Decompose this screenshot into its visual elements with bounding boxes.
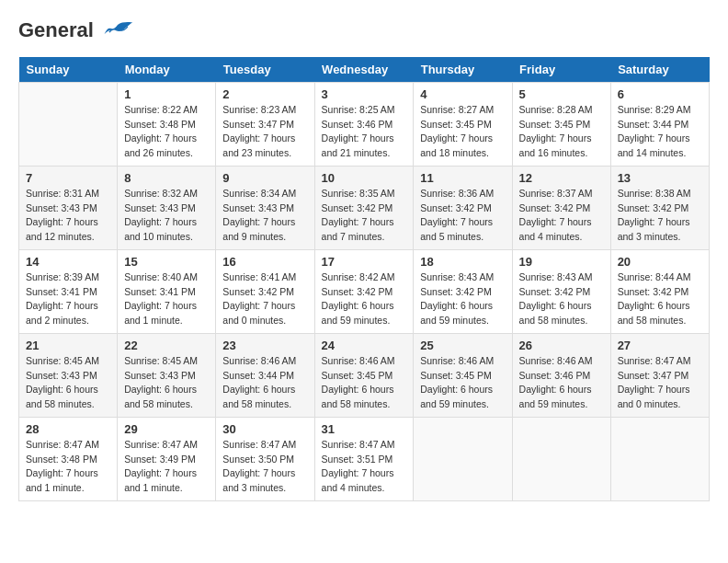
day-number: 8 [124, 171, 209, 185]
calendar-day-28: 28Sunrise: 8:47 AMSunset: 3:48 PMDayligh… [19, 417, 118, 500]
calendar-day-26: 26Sunrise: 8:46 AMSunset: 3:46 PMDayligh… [512, 333, 610, 417]
day-number: 9 [222, 171, 307, 185]
day-number: 2 [222, 87, 307, 101]
day-info: Sunrise: 8:37 AMSunset: 3:42 PMDaylight:… [519, 187, 604, 245]
day-number: 28 [26, 422, 110, 436]
calendar-day-21: 21Sunrise: 8:45 AMSunset: 3:43 PMDayligh… [19, 333, 118, 417]
day-info: Sunrise: 8:47 AMSunset: 3:51 PMDaylight:… [322, 438, 407, 496]
calendar-day-31: 31Sunrise: 8:47 AMSunset: 3:51 PMDayligh… [314, 417, 414, 500]
calendar-day-13: 13Sunrise: 8:38 AMSunset: 3:42 PMDayligh… [610, 166, 709, 249]
day-number: 18 [420, 255, 505, 269]
day-number: 17 [322, 255, 407, 269]
day-number: 4 [420, 87, 505, 101]
day-header-monday: Monday [118, 57, 216, 83]
day-info: Sunrise: 8:43 AMSunset: 3:42 PMDaylight:… [420, 270, 505, 328]
day-number: 12 [519, 171, 604, 185]
day-number: 22 [124, 339, 209, 352]
calendar-week-row: 7Sunrise: 8:31 AMSunset: 3:43 PMDaylight… [19, 166, 710, 249]
empty-day [512, 417, 610, 500]
day-info: Sunrise: 8:25 AMSunset: 3:46 PMDaylight:… [322, 103, 407, 161]
calendar-header-row: SundayMondayTuesdayWednesdayThursdayFrid… [19, 57, 710, 83]
day-header-sunday: Sunday [19, 57, 118, 83]
day-info: Sunrise: 8:47 AMSunset: 3:49 PMDaylight:… [124, 438, 209, 496]
day-number: 27 [618, 339, 702, 352]
day-number: 20 [618, 255, 702, 269]
logo: General [18, 18, 134, 42]
day-info: Sunrise: 8:42 AMSunset: 3:42 PMDaylight:… [322, 270, 407, 328]
day-header-thursday: Thursday [414, 57, 512, 83]
day-header-saturday: Saturday [610, 57, 709, 83]
day-info: Sunrise: 8:47 AMSunset: 3:50 PMDaylight:… [222, 438, 307, 496]
calendar-day-18: 18Sunrise: 8:43 AMSunset: 3:42 PMDayligh… [414, 249, 512, 333]
day-info: Sunrise: 8:35 AMSunset: 3:42 PMDaylight:… [322, 187, 407, 245]
calendar-day-30: 30Sunrise: 8:47 AMSunset: 3:50 PMDayligh… [216, 417, 314, 500]
day-info: Sunrise: 8:41 AMSunset: 3:42 PMDaylight:… [222, 270, 307, 328]
day-number: 23 [222, 339, 307, 352]
day-number: 3 [322, 87, 407, 101]
calendar-week-row: 28Sunrise: 8:47 AMSunset: 3:48 PMDayligh… [19, 417, 710, 500]
day-header-tuesday: Tuesday [216, 57, 314, 83]
calendar-day-22: 22Sunrise: 8:45 AMSunset: 3:43 PMDayligh… [118, 333, 216, 417]
day-info: Sunrise: 8:46 AMSunset: 3:46 PMDaylight:… [519, 354, 604, 412]
calendar-week-row: 21Sunrise: 8:45 AMSunset: 3:43 PMDayligh… [19, 333, 710, 417]
calendar-day-19: 19Sunrise: 8:43 AMSunset: 3:42 PMDayligh… [512, 249, 610, 333]
day-info: Sunrise: 8:36 AMSunset: 3:42 PMDaylight:… [420, 187, 505, 245]
day-info: Sunrise: 8:46 AMSunset: 3:45 PMDaylight:… [322, 354, 407, 412]
day-info: Sunrise: 8:39 AMSunset: 3:41 PMDaylight:… [26, 270, 110, 328]
day-number: 24 [322, 339, 407, 352]
day-number: 15 [124, 255, 209, 269]
day-number: 19 [519, 255, 604, 269]
day-info: Sunrise: 8:27 AMSunset: 3:45 PMDaylight:… [420, 103, 505, 161]
calendar-day-6: 6Sunrise: 8:29 AMSunset: 3:44 PMDaylight… [610, 82, 709, 166]
calendar-day-8: 8Sunrise: 8:32 AMSunset: 3:43 PMDaylight… [118, 166, 216, 249]
day-info: Sunrise: 8:31 AMSunset: 3:43 PMDaylight:… [26, 187, 110, 245]
day-info: Sunrise: 8:32 AMSunset: 3:43 PMDaylight:… [124, 187, 209, 245]
calendar-day-16: 16Sunrise: 8:41 AMSunset: 3:42 PMDayligh… [216, 249, 314, 333]
day-number: 6 [618, 87, 702, 101]
day-info: Sunrise: 8:29 AMSunset: 3:44 PMDaylight:… [618, 103, 702, 161]
day-info: Sunrise: 8:43 AMSunset: 3:42 PMDaylight:… [519, 270, 604, 328]
calendar-day-15: 15Sunrise: 8:40 AMSunset: 3:41 PMDayligh… [118, 249, 216, 333]
day-number: 10 [322, 171, 407, 185]
logo-bird-icon [101, 20, 134, 46]
day-number: 1 [124, 87, 209, 101]
day-number: 14 [26, 255, 110, 269]
day-number: 13 [618, 171, 702, 185]
calendar-day-7: 7Sunrise: 8:31 AMSunset: 3:43 PMDaylight… [19, 166, 118, 249]
calendar-day-1: 1Sunrise: 8:22 AMSunset: 3:48 PMDaylight… [118, 82, 216, 166]
calendar-day-3: 3Sunrise: 8:25 AMSunset: 3:46 PMDaylight… [314, 82, 414, 166]
day-info: Sunrise: 8:34 AMSunset: 3:43 PMDaylight:… [222, 187, 307, 245]
day-number: 11 [420, 171, 505, 185]
day-info: Sunrise: 8:38 AMSunset: 3:42 PMDaylight:… [618, 187, 702, 245]
calendar-day-10: 10Sunrise: 8:35 AMSunset: 3:42 PMDayligh… [314, 166, 414, 249]
day-info: Sunrise: 8:46 AMSunset: 3:45 PMDaylight:… [420, 354, 505, 412]
calendar-day-12: 12Sunrise: 8:37 AMSunset: 3:42 PMDayligh… [512, 166, 610, 249]
day-number: 26 [519, 339, 604, 352]
day-info: Sunrise: 8:44 AMSunset: 3:42 PMDaylight:… [618, 270, 702, 328]
calendar-day-29: 29Sunrise: 8:47 AMSunset: 3:49 PMDayligh… [118, 417, 216, 500]
day-number: 31 [322, 422, 407, 436]
day-info: Sunrise: 8:47 AMSunset: 3:48 PMDaylight:… [26, 438, 110, 496]
day-info: Sunrise: 8:28 AMSunset: 3:45 PMDaylight:… [519, 103, 604, 161]
calendar-week-row: 14Sunrise: 8:39 AMSunset: 3:41 PMDayligh… [19, 249, 710, 333]
calendar-day-20: 20Sunrise: 8:44 AMSunset: 3:42 PMDayligh… [610, 249, 709, 333]
day-number: 5 [519, 87, 604, 101]
empty-day [19, 82, 118, 166]
day-header-friday: Friday [512, 57, 610, 83]
calendar-day-2: 2Sunrise: 8:23 AMSunset: 3:47 PMDaylight… [216, 82, 314, 166]
calendar-day-9: 9Sunrise: 8:34 AMSunset: 3:43 PMDaylight… [216, 166, 314, 249]
calendar-day-25: 25Sunrise: 8:46 AMSunset: 3:45 PMDayligh… [414, 333, 512, 417]
day-info: Sunrise: 8:22 AMSunset: 3:48 PMDaylight:… [124, 103, 209, 161]
calendar-week-row: 1Sunrise: 8:22 AMSunset: 3:48 PMDaylight… [19, 82, 710, 166]
page-header: General [18, 18, 710, 42]
calendar-day-17: 17Sunrise: 8:42 AMSunset: 3:42 PMDayligh… [314, 249, 414, 333]
calendar-day-27: 27Sunrise: 8:47 AMSunset: 3:47 PMDayligh… [610, 333, 709, 417]
logo-text: General [18, 18, 134, 46]
day-info: Sunrise: 8:45 AMSunset: 3:43 PMDaylight:… [26, 354, 110, 412]
calendar-day-11: 11Sunrise: 8:36 AMSunset: 3:42 PMDayligh… [414, 166, 512, 249]
day-header-wednesday: Wednesday [314, 57, 414, 83]
empty-day [414, 417, 512, 500]
day-info: Sunrise: 8:46 AMSunset: 3:44 PMDaylight:… [222, 354, 307, 412]
day-info: Sunrise: 8:47 AMSunset: 3:47 PMDaylight:… [618, 354, 702, 412]
day-number: 7 [26, 171, 110, 185]
